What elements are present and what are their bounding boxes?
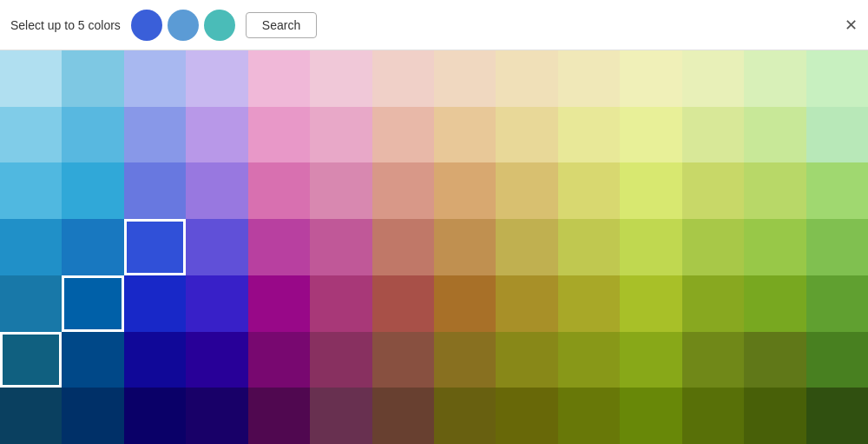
color-cell[interactable]	[806, 219, 868, 275]
color-cell[interactable]	[434, 50, 496, 107]
color-cell[interactable]	[0, 162, 62, 219]
color-cell[interactable]	[372, 332, 434, 388]
color-cell[interactable]	[124, 275, 186, 332]
color-cell[interactable]	[744, 107, 806, 163]
color-cell[interactable]	[0, 107, 62, 163]
color-cell[interactable]	[806, 107, 868, 163]
color-cell[interactable]	[124, 162, 186, 219]
color-cell[interactable]	[558, 107, 620, 163]
color-cell[interactable]	[434, 219, 496, 275]
color-cell[interactable]	[496, 332, 557, 388]
color-cell[interactable]	[372, 107, 434, 163]
color-cell[interactable]	[558, 162, 620, 219]
color-cell[interactable]	[310, 107, 372, 163]
color-cell[interactable]	[124, 388, 186, 444]
color-cell[interactable]	[806, 162, 868, 219]
color-cell[interactable]	[434, 107, 496, 163]
color-cell[interactable]	[806, 50, 868, 107]
swatch-1[interactable]	[131, 10, 162, 41]
close-button[interactable]: ✕	[845, 16, 858, 35]
color-cell[interactable]	[248, 388, 310, 444]
color-cell[interactable]	[620, 162, 681, 219]
color-cell[interactable]	[806, 275, 868, 332]
color-cell[interactable]	[620, 332, 681, 388]
color-cell[interactable]	[744, 162, 806, 219]
color-cell[interactable]	[186, 388, 247, 444]
color-cell[interactable]	[124, 332, 186, 388]
color-cell[interactable]	[310, 275, 372, 332]
color-cell[interactable]	[0, 388, 62, 444]
color-cell[interactable]	[186, 219, 247, 275]
color-cell[interactable]	[744, 275, 806, 332]
color-cell[interactable]	[310, 162, 372, 219]
color-cell[interactable]	[372, 388, 434, 444]
color-cell[interactable]	[558, 332, 620, 388]
color-cell[interactable]	[186, 107, 247, 163]
color-cell[interactable]	[496, 219, 557, 275]
color-cell[interactable]	[806, 388, 868, 444]
color-cell[interactable]	[558, 388, 620, 444]
color-cell[interactable]	[62, 332, 123, 388]
color-cell[interactable]	[620, 50, 681, 107]
color-cell[interactable]	[744, 388, 806, 444]
color-cell[interactable]	[496, 107, 557, 163]
color-cell[interactable]	[62, 107, 123, 163]
color-cell[interactable]	[496, 162, 557, 219]
color-cell[interactable]	[558, 50, 620, 107]
color-cell[interactable]	[62, 219, 123, 275]
color-cell[interactable]	[186, 50, 247, 107]
color-cell[interactable]	[682, 50, 744, 107]
color-cell[interactable]	[62, 388, 123, 444]
color-cell[interactable]	[186, 162, 247, 219]
color-cell[interactable]	[0, 332, 62, 388]
color-cell[interactable]	[372, 162, 434, 219]
color-cell[interactable]	[558, 275, 620, 332]
color-cell[interactable]	[248, 50, 310, 107]
color-cell[interactable]	[620, 107, 681, 163]
color-cell[interactable]	[682, 107, 744, 163]
color-cell[interactable]	[434, 162, 496, 219]
color-cell[interactable]	[310, 332, 372, 388]
color-cell[interactable]	[62, 162, 123, 219]
color-cell[interactable]	[124, 50, 186, 107]
color-cell[interactable]	[124, 219, 186, 275]
color-cell[interactable]	[372, 275, 434, 332]
color-cell[interactable]	[682, 219, 744, 275]
color-cell[interactable]	[310, 388, 372, 444]
color-cell[interactable]	[434, 332, 496, 388]
color-cell[interactable]	[496, 50, 557, 107]
color-cell[interactable]	[620, 388, 681, 444]
color-cell[interactable]	[186, 332, 247, 388]
color-cell[interactable]	[434, 275, 496, 332]
color-cell[interactable]	[496, 388, 557, 444]
color-cell[interactable]	[434, 388, 496, 444]
color-cell[interactable]	[248, 219, 310, 275]
color-cell[interactable]	[806, 332, 868, 388]
color-cell[interactable]	[310, 50, 372, 107]
color-cell[interactable]	[682, 275, 744, 332]
color-cell[interactable]	[186, 275, 247, 332]
swatch-3[interactable]	[204, 10, 235, 41]
color-cell[interactable]	[0, 50, 62, 107]
color-cell[interactable]	[620, 219, 681, 275]
color-cell[interactable]	[248, 162, 310, 219]
color-cell[interactable]	[620, 275, 681, 332]
search-button[interactable]: Search	[246, 12, 317, 38]
color-cell[interactable]	[124, 107, 186, 163]
color-cell[interactable]	[62, 50, 123, 107]
color-cell[interactable]	[248, 332, 310, 388]
color-cell[interactable]	[0, 219, 62, 275]
color-cell[interactable]	[558, 219, 620, 275]
color-cell[interactable]	[496, 275, 557, 332]
color-cell[interactable]	[248, 107, 310, 163]
swatch-2[interactable]	[168, 10, 199, 41]
color-cell[interactable]	[682, 332, 744, 388]
color-cell[interactable]	[372, 50, 434, 107]
color-cell[interactable]	[682, 162, 744, 219]
color-cell[interactable]	[682, 388, 744, 444]
color-cell[interactable]	[248, 275, 310, 332]
color-cell[interactable]	[744, 219, 806, 275]
color-cell[interactable]	[744, 332, 806, 388]
color-cell[interactable]	[372, 219, 434, 275]
color-cell[interactable]	[0, 275, 62, 332]
